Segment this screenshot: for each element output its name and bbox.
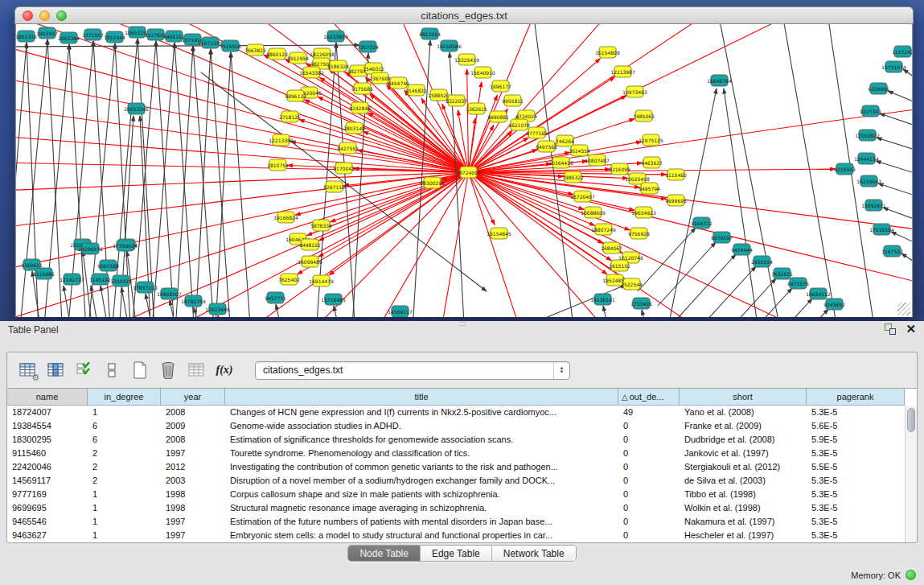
table-settings-icon[interactable]: ⚙ — [17, 360, 38, 381]
graph-node-7986322[interactable]: 7986322 — [562, 171, 584, 183]
table-source-select[interactable]: citations_edges.txt▲▼ — [255, 361, 570, 380]
graph-node-16033809[interactable]: 16033809 — [323, 31, 348, 42]
graph-node-18807249[interactable]: 18807249 — [591, 224, 616, 235]
graph-node-7485063[interactable]: 7485063 — [633, 110, 655, 122]
graph-node-7515526[interactable]: 7515526 — [220, 40, 241, 51]
table-row[interactable]: 946362711997Embryonic stem cells: a mode… — [7, 529, 917, 542]
graph-node-8813054[interactable]: 8813054 — [419, 28, 441, 39]
graph-node-2684067[interactable]: 2684067 — [601, 242, 622, 253]
graph-node-5878334[interactable]: 5878334 — [310, 220, 332, 231]
graph-node-19218586[interactable]: 19218586 — [437, 40, 462, 51]
column-header-in_degree[interactable]: in_degree — [88, 389, 161, 406]
graph-node-1115686[interactable]: 1115686 — [33, 268, 55, 279]
graph-node-12444154[interactable]: 12444154 — [854, 153, 879, 164]
graph-node-15692971[interactable]: 15692971 — [861, 200, 886, 211]
graph-node-9777169[interactable]: 9777169 — [526, 127, 548, 138]
graph-node-1145192[interactable]: 1145192 — [89, 274, 111, 285]
float-panel-icon[interactable] — [885, 323, 896, 335]
graph-node-16648784[interactable]: 16648784 — [707, 75, 732, 86]
graph-node-3624554[interactable]: 3624554 — [569, 145, 590, 156]
tab-edge-table[interactable]: Edge Table — [421, 546, 492, 561]
graph-node-8471676[interactable]: 8471676 — [787, 278, 809, 289]
graph-node-12975125[interactable]: 12975125 — [639, 134, 663, 146]
tab-network-table[interactable]: Network Table — [492, 546, 576, 561]
graph-node-15716485[interactable]: 15716485 — [321, 294, 346, 305]
graph-node-17957223[interactable]: 17957223 — [133, 282, 158, 293]
graph-node-9227343[interactable]: 9227343 — [860, 105, 881, 117]
graph-node-15154845[interactable]: 15154845 — [487, 228, 511, 239]
graph-node-9699695[interactable]: 9699695 — [665, 195, 687, 206]
create-column-icon[interactable] — [129, 360, 150, 381]
graph-node-8215953[interactable]: 8215953 — [834, 163, 856, 175]
tab-node-table[interactable]: Node Table — [348, 546, 421, 561]
graph-node-7625402[interactable]: 7625402 — [278, 274, 300, 285]
graph-node-9474444[interactable]: 9474444 — [731, 244, 753, 255]
graph-node-2803144[interactable]: 2803144 — [343, 122, 365, 134]
graph-node-9463627[interactable]: 9463627 — [641, 157, 663, 168]
graph-node-1733426[interactable]: 1733426 — [630, 298, 652, 309]
graph-node-1117243[interactable]: 1117243 — [892, 46, 913, 57]
graph-node-10807487[interactable]: 10807487 — [585, 154, 610, 166]
graph-node-16210643[interactable]: 16210643 — [856, 175, 881, 187]
network-canvas[interactable]: 1803316190355720633841771557181244410653… — [15, 24, 913, 317]
graph-node-9457771[interactable]: 9457771 — [265, 292, 286, 303]
column-header-name[interactable]: name — [7, 389, 88, 406]
graph-node-9245652[interactable]: 9245652 — [823, 299, 845, 310]
network-graph[interactable]: 1803316190355720633841771557181244410653… — [16, 24, 913, 317]
graph-node-8427552[interactable]: 8427552 — [337, 142, 359, 154]
validate-columns-icon[interactable] — [73, 360, 94, 381]
graph-node-16154808[interactable]: 16154808 — [595, 47, 620, 58]
table-row[interactable]: 969969511998Structural magnetic resonanc… — [7, 501, 917, 515]
graph-node-9498222[interactable]: 9498222 — [299, 239, 321, 250]
function-builder-icon[interactable]: f(x) — [214, 360, 235, 381]
graph-node-8322037[interactable]: 8322037 — [446, 95, 467, 106]
graph-node-1362615[interactable]: 1362615 — [466, 103, 487, 114]
graph-node-8186328[interactable]: 8186328 — [327, 60, 349, 72]
graph-node-8216099[interactable]: 8216099 — [609, 163, 630, 175]
column-header-year[interactable]: year — [161, 389, 225, 406]
graph-node-15640910[interactable]: 15640910 — [470, 67, 495, 78]
graph-node-9097588[interactable]: 9097588 — [97, 260, 119, 271]
graph-node-1771557[interactable]: 1771557 — [82, 29, 104, 40]
graph-node-9146821[interactable]: 9146821 — [405, 84, 427, 96]
graph-node-12923446[interactable]: 12923446 — [205, 303, 230, 315]
graph-node-7357224[interactable]: 7357224 — [357, 41, 379, 52]
table-row[interactable]: 1830029562008Estimation of significance … — [7, 433, 917, 447]
graph-node-12142737[interactable]: 12142737 — [60, 274, 84, 285]
vertical-scrollbar[interactable] — [905, 406, 917, 542]
graph-node-17016504[interactable]: 17016504 — [869, 224, 894, 235]
graph-node-6679197[interactable]: 6679197 — [711, 232, 733, 243]
graph-node-12213987[interactable]: 12213987 — [610, 66, 635, 77]
graph-node-9495794[interactable]: 9495794 — [639, 183, 660, 194]
graph-node-6497568[interactable]: 6497568 — [536, 141, 557, 152]
table-row[interactable]: 1456911722003Disruption of a novel membe… — [7, 474, 917, 488]
graph-node-9990881[interactable]: 9990881 — [487, 111, 509, 122]
close-panel-icon[interactable]: ✕ — [906, 323, 916, 335]
graph-node-9955812[interactable]: 9955812 — [502, 95, 524, 106]
graph-node-2718126[interactable]: 2718126 — [279, 111, 301, 122]
graph-node-1615152[interactable]: 1615152 — [609, 260, 630, 271]
graph-node-14569117[interactable]: 14569117 — [388, 306, 413, 317]
panel-splitter-handle[interactable] — [459, 322, 466, 326]
graph-node-1696177[interactable]: 1696177 — [490, 80, 511, 92]
row-height-icon[interactable] — [101, 360, 122, 381]
graph-node-9242848[interactable]: 9242848 — [349, 102, 371, 113]
window-titlebar[interactable]: citations_edges.txt — [14, 6, 914, 24]
table-row[interactable]: 911546021997Tourette syndrome. Phenomeno… — [7, 447, 917, 460]
delete-column-icon[interactable] — [158, 360, 179, 381]
graph-node-2522544[interactable]: 2522544 — [621, 278, 643, 290]
graph-node-8267110[interactable]: 8267110 — [323, 181, 345, 192]
window-resize-grip[interactable] — [897, 303, 910, 315]
graph-node-9115460[interactable]: 9115460 — [665, 169, 687, 180]
graph-node-14136141[interactable]: 14136141 — [590, 294, 615, 305]
graph-node-746266[interactable]: 746266 — [556, 135, 574, 146]
table-row[interactable]: 946554611997Estimation of the future num… — [7, 515, 917, 529]
column-header-out_degree[interactable]: △out_de... — [618, 389, 680, 406]
table-row[interactable]: 977716911998Corpus callosum shape and si… — [7, 488, 917, 501]
graph-node-9170043[interactable]: 9170043 — [333, 163, 355, 174]
graph-node-20206576[interactable]: 20206576 — [78, 243, 103, 254]
graph-node-12093822[interactable]: 12093822 — [855, 130, 880, 141]
graph-node-19166824[interactable]: 19166824 — [273, 212, 298, 223]
graph-node-2935514[interactable]: 2935514 — [751, 256, 773, 267]
graph-node-16099489[interactable]: 16099489 — [298, 256, 322, 267]
